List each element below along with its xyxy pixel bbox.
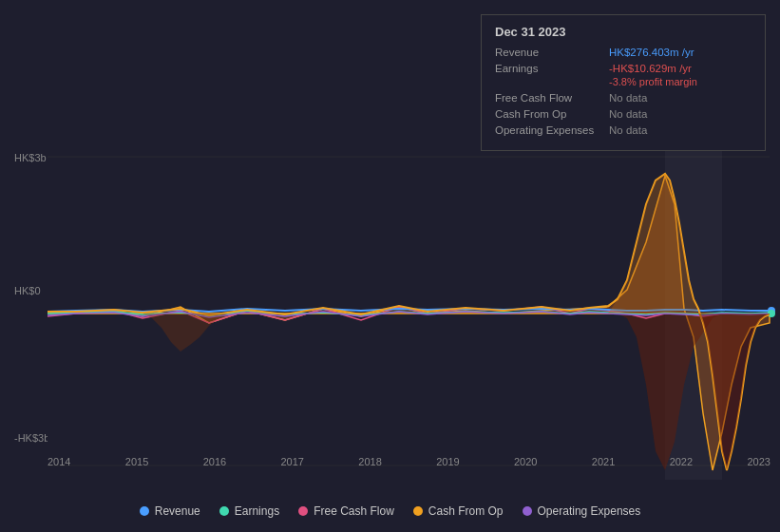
- x-label-2019: 2019: [436, 456, 459, 467]
- tooltip-label-fcf: Free Cash Flow: [495, 92, 599, 104]
- chart-container: Dec 31 2023 Revenue HK$276.403m /yr Earn…: [0, 0, 780, 532]
- legend-label-revenue: Revenue: [155, 504, 200, 518]
- x-label-2016: 2016: [203, 456, 226, 467]
- tooltip-label-cashfromop: Cash From Op: [495, 108, 599, 120]
- tooltip-row-revenue: Revenue HK$276.403m /yr: [495, 47, 751, 58]
- legend-dot-fcf: [298, 506, 308, 516]
- x-axis: 2014 2015 2016 2017 2018 2019 2020 2021 …: [48, 456, 770, 467]
- legend-label-fcf: Free Cash Flow: [314, 504, 394, 518]
- tooltip-row-fcf: Free Cash Flow No data: [495, 92, 751, 104]
- x-label-2014: 2014: [48, 456, 70, 467]
- chart-svg: [0, 147, 780, 480]
- tooltip-label-earnings: Earnings: [495, 63, 599, 74]
- tooltip-value-earnings: -HK$10.629m /yr: [609, 63, 697, 74]
- x-label-2021: 2021: [592, 456, 615, 467]
- tooltip-label-opex: Operating Expenses: [495, 124, 599, 136]
- legend-item-fcf[interactable]: Free Cash Flow: [298, 504, 394, 518]
- legend-item-cashfromop[interactable]: Cash From Op: [413, 504, 504, 518]
- legend-label-earnings: Earnings: [235, 504, 279, 518]
- tooltip-value-fcf: No data: [609, 92, 647, 104]
- tooltip-row-earnings: Earnings -HK$10.629m /yr -3.8% profit ma…: [495, 63, 751, 87]
- tooltip-label-revenue: Revenue: [495, 47, 599, 58]
- x-label-2017: 2017: [280, 456, 303, 467]
- tooltip-value-opex: No data: [609, 124, 647, 136]
- legend-dot-opex: [523, 506, 532, 516]
- legend-dot-revenue: [140, 506, 149, 516]
- legend-dot-earnings: [219, 506, 229, 516]
- tooltip-title: Dec 31 2023: [495, 25, 751, 39]
- tooltip-value-earnings-container: -HK$10.629m /yr -3.8% profit margin: [609, 63, 697, 87]
- legend: Revenue Earnings Free Cash Flow Cash Fro…: [0, 504, 780, 518]
- x-label-2022: 2022: [670, 456, 693, 467]
- x-label-2020: 2020: [514, 456, 537, 467]
- x-label-2018: 2018: [358, 456, 381, 467]
- tooltip-box: Dec 31 2023 Revenue HK$276.403m /yr Earn…: [481, 14, 766, 151]
- tooltip-value-cashfromop: No data: [609, 108, 647, 120]
- legend-label-cashfromop: Cash From Op: [428, 504, 504, 518]
- tooltip-row-cashfromop: Cash From Op No data: [495, 108, 751, 120]
- legend-item-opex[interactable]: Operating Expenses: [523, 504, 641, 518]
- tooltip-row-opex: Operating Expenses No data: [495, 124, 751, 136]
- legend-dot-cashfromop: [413, 506, 423, 516]
- legend-item-revenue[interactable]: Revenue: [140, 504, 200, 518]
- tooltip-sub-earnings: -3.8% profit margin: [609, 76, 697, 87]
- x-label-2015: 2015: [125, 456, 148, 467]
- tooltip-value-revenue: HK$276.403m /yr: [609, 47, 694, 58]
- x-label-2023: 2023: [747, 456, 770, 467]
- legend-label-opex: Operating Expenses: [538, 504, 641, 518]
- legend-item-earnings[interactable]: Earnings: [219, 504, 279, 518]
